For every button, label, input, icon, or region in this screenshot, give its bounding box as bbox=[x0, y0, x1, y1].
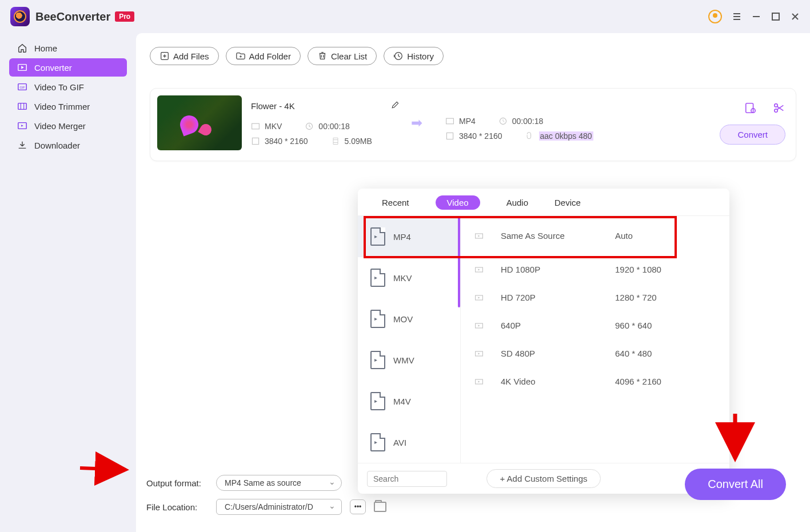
svg-rect-13 bbox=[446, 133, 453, 139]
svg-rect-4 bbox=[18, 103, 26, 110]
home-icon bbox=[17, 43, 27, 53]
file-location-field[interactable]: C:/Users/Administrator/D bbox=[216, 499, 342, 515]
sidebar-item-label: Downloader bbox=[34, 141, 80, 150]
browse-button[interactable]: ••• bbox=[350, 499, 366, 514]
preset-720p[interactable]: HD 720P1280 * 720 bbox=[461, 283, 729, 311]
sidebar-item-downloader[interactable]: Downloader bbox=[9, 136, 127, 154]
src-size: 5.09MB bbox=[345, 137, 372, 146]
svg-rect-14 bbox=[746, 103, 753, 113]
tab-video[interactable]: Video bbox=[436, 195, 480, 210]
output-format-label: Output format: bbox=[146, 478, 208, 488]
format-mkv[interactable]: MKV bbox=[358, 257, 460, 298]
file-icon bbox=[370, 433, 385, 451]
preset-4k[interactable]: 4K Video4096 * 2160 bbox=[461, 367, 729, 395]
merger-icon bbox=[17, 121, 27, 131]
sidebar-item-home[interactable]: Home bbox=[9, 39, 127, 57]
sidebar-item-label: Video Merger bbox=[34, 121, 86, 131]
preset-640p[interactable]: 640P960 * 640 bbox=[461, 311, 729, 339]
minimize-button[interactable] bbox=[752, 12, 761, 21]
file-icon bbox=[370, 227, 385, 246]
format-mp4[interactable]: MP4 bbox=[358, 216, 460, 257]
app-logo bbox=[10, 7, 30, 26]
src-format: MKV bbox=[265, 122, 282, 131]
tab-audio[interactable]: Audio bbox=[506, 195, 528, 210]
file-card: Flower - 4K MKV 00:00:18 3840 * 2160 5.0… bbox=[150, 88, 796, 161]
titlebar: BeeConverter Pro bbox=[0, 0, 810, 33]
clear-list-button[interactable]: Clear List bbox=[308, 47, 377, 65]
file-icon bbox=[370, 351, 385, 369]
src-duration: 00:00:18 bbox=[318, 122, 350, 131]
preset-list: Same As SourceAuto HD 1080P1920 * 1080 H… bbox=[461, 216, 729, 463]
output-format-select[interactable]: MP4 Same as source bbox=[216, 475, 342, 491]
settings-icon[interactable] bbox=[744, 102, 757, 117]
sidebar-item-label: Video To GIF bbox=[34, 82, 84, 92]
video-thumbnail[interactable] bbox=[157, 95, 242, 150]
format-popup: Recent Video Audio Device MP4 MKV MOV WM… bbox=[358, 189, 729, 494]
svg-rect-10 bbox=[252, 138, 258, 144]
scissors-icon[interactable] bbox=[773, 102, 785, 117]
arrow-icon: ➡ bbox=[411, 115, 445, 131]
dst-duration: 00:00:18 bbox=[512, 117, 544, 126]
user-icon[interactable] bbox=[708, 10, 722, 23]
file-icon bbox=[370, 392, 385, 410]
tab-device[interactable]: Device bbox=[554, 195, 581, 210]
content: Add Files Add Folder Clear List History … bbox=[136, 33, 810, 532]
menu-icon[interactable] bbox=[732, 12, 741, 21]
file-icon bbox=[370, 269, 385, 287]
format-avi[interactable]: AVI bbox=[358, 422, 460, 463]
preset-same-as-source[interactable]: Same As SourceAuto bbox=[461, 216, 729, 255]
convert-all-button[interactable]: Convert All bbox=[685, 469, 786, 500]
pro-badge: Pro bbox=[115, 11, 134, 22]
sidebar: Home Converter GIF Video To GIF Video Tr… bbox=[0, 33, 136, 532]
converter-icon bbox=[17, 62, 27, 73]
edit-name-icon[interactable] bbox=[390, 101, 400, 111]
sidebar-item-trimmer[interactable]: Video Trimmer bbox=[9, 97, 127, 115]
sidebar-item-merger[interactable]: Video Merger bbox=[9, 117, 127, 135]
preset-1080p[interactable]: HD 1080P1920 * 1080 bbox=[461, 255, 729, 283]
preset-480p[interactable]: SD 480P640 * 480 bbox=[461, 339, 729, 367]
add-folder-button[interactable]: Add Folder bbox=[226, 47, 301, 65]
convert-button[interactable]: Convert bbox=[720, 125, 785, 145]
file-title: Flower - 4K bbox=[251, 101, 295, 111]
app-title: BeeConverter bbox=[35, 10, 110, 23]
format-m4v[interactable]: M4V bbox=[358, 381, 460, 422]
sidebar-item-label: Video Trimmer bbox=[34, 102, 90, 111]
tab-recent[interactable]: Recent bbox=[382, 195, 409, 210]
svg-rect-0 bbox=[772, 13, 779, 20]
maximize-button[interactable] bbox=[771, 12, 780, 21]
format-mov[interactable]: MOV bbox=[358, 298, 460, 339]
download-icon bbox=[17, 140, 27, 150]
add-files-button[interactable]: Add Files bbox=[150, 47, 219, 65]
dst-audio: aac 0kbps 480 bbox=[539, 131, 593, 141]
gif-icon: GIF bbox=[17, 82, 27, 92]
dst-resolution: 3840 * 2160 bbox=[459, 131, 502, 141]
svg-text:GIF: GIF bbox=[20, 86, 26, 89]
format-list: MP4 MKV MOV WMV M4V AVI bbox=[358, 216, 461, 463]
open-folder-button[interactable] bbox=[374, 502, 386, 512]
trimmer-icon bbox=[17, 101, 27, 111]
src-resolution: 3840 * 2160 bbox=[265, 137, 308, 146]
sidebar-item-gif[interactable]: GIF Video To GIF bbox=[9, 78, 127, 96]
sidebar-item-label: Converter bbox=[34, 63, 72, 73]
file-icon bbox=[370, 310, 385, 328]
svg-rect-11 bbox=[446, 118, 454, 124]
sidebar-item-label: Home bbox=[34, 43, 57, 53]
file-location-label: File Location: bbox=[146, 502, 208, 512]
toolbar: Add Files Add Folder Clear List History bbox=[150, 47, 796, 65]
svg-rect-8 bbox=[252, 123, 260, 129]
history-button[interactable]: History bbox=[384, 47, 444, 65]
close-button[interactable] bbox=[791, 12, 800, 21]
format-wmv[interactable]: WMV bbox=[358, 339, 460, 381]
sidebar-item-converter[interactable]: Converter bbox=[9, 58, 127, 77]
dst-format: MP4 bbox=[459, 117, 476, 126]
